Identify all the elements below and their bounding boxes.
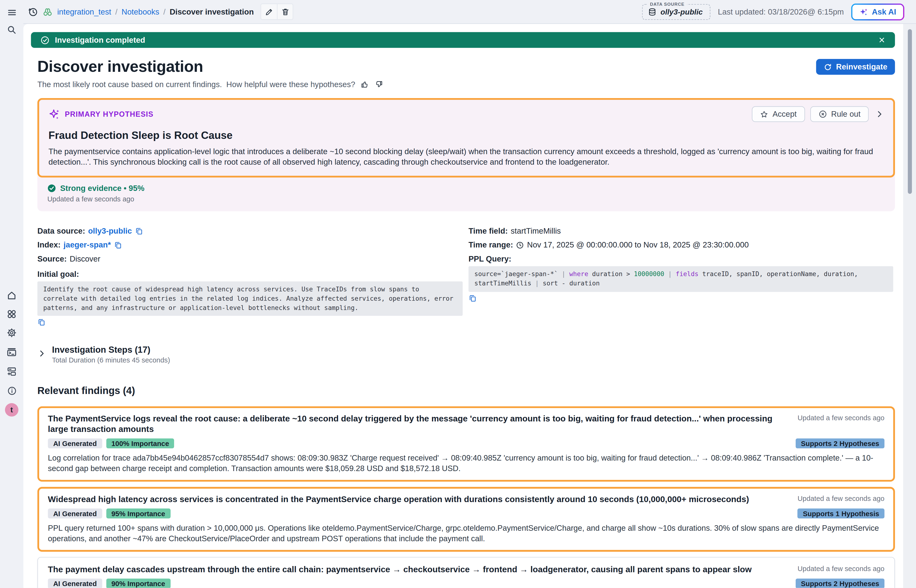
copy-ppl-icon[interactable] [469, 294, 477, 302]
breadcrumb-notebooks-link[interactable]: Notebooks [121, 7, 159, 16]
ppl-query-code-block: source=`jaeger-span-*` | where duration … [469, 267, 893, 292]
data-source-badge-value: olly3-public [660, 7, 703, 16]
ai-generated-badge: AI Generated [48, 579, 102, 588]
primary-hypothesis-card: PRIMARY HYPOTHESIS Accept Rule out [37, 98, 895, 178]
finding-card: The payment delay cascades upstream thro… [37, 557, 895, 588]
finding-title: Widespread high latency across services … [48, 494, 798, 504]
meta-left-column: Data source: olly3-public Index: jaeger-… [37, 227, 469, 329]
circle-x-icon [818, 110, 827, 119]
hypothesis-updated-text: Updated a few seconds ago [47, 195, 885, 203]
scrollbar-thumb[interactable] [908, 29, 912, 194]
main-area: integration_test / Notebooks / Discover … [23, 0, 916, 588]
ppl-keyword-where: where [569, 271, 588, 278]
initial-goal-code-block: Identify the root cause of widespread hi… [37, 282, 463, 316]
ppl-pipe: | [535, 279, 543, 287]
delete-trash-icon[interactable] [277, 4, 293, 19]
settings-gear-icon[interactable] [3, 325, 20, 341]
finding-updated-text: Updated a few seconds ago [798, 414, 884, 422]
page-content: Investigation completed Discover investi… [23, 24, 903, 588]
investigation-steps-section: Investigation Steps (17) Total Duration … [37, 344, 895, 364]
supports-hypotheses-badge: Supports 2 Hypotheses [796, 579, 884, 588]
add-panel-icon[interactable] [3, 363, 20, 380]
ppl-query-label: PPL Query: [469, 255, 511, 263]
banner-close-icon[interactable] [878, 36, 886, 44]
finding-title: The PaymentService logs reveal the root … [48, 413, 798, 435]
breadcrumb-separator: / [163, 7, 165, 16]
investigation-steps-duration: Total Duration (6 minutes 45 seconds) [52, 356, 170, 364]
data-source-link[interactable]: olly3-public [88, 227, 132, 236]
notebooks-binoculars-icon [43, 7, 53, 17]
thumbs-up-icon[interactable] [361, 80, 369, 89]
copy-icon[interactable] [114, 241, 122, 249]
sparkle-icon [859, 7, 869, 16]
refresh-icon [824, 63, 832, 71]
left-sidebar: t [0, 0, 23, 588]
data-source-badge[interactable]: DATA SOURCE olly3-public [642, 4, 710, 19]
breadcrumb-project-link[interactable]: integration_test [57, 7, 111, 16]
star-icon [760, 110, 769, 118]
meta-right-column: Time field: startTimeMillis Time range: … [469, 227, 895, 329]
ask-ai-button[interactable]: Ask AI [851, 3, 904, 20]
ai-generated-badge: AI Generated [48, 509, 102, 519]
copy-initial-goal-icon[interactable] [37, 318, 45, 326]
time-range-label: Time range: [469, 241, 513, 250]
last-updated-text: Last updated: 03/18/2026@ 6:15pm [718, 7, 844, 16]
finding-title: The payment delay cascades upstream thro… [48, 564, 798, 575]
rule-out-label: Rule out [831, 110, 861, 119]
finding-updated-text: Updated a few seconds ago [798, 495, 884, 503]
accept-button[interactable]: Accept [752, 106, 805, 122]
ppl-pipe: | [664, 271, 676, 278]
supports-hypotheses-badge: Supports 2 Hypotheses [796, 439, 884, 449]
data-source-label: Data source: [37, 227, 85, 236]
finding-updated-text: Updated a few seconds ago [798, 565, 884, 573]
index-label: Index: [37, 241, 61, 250]
finding-card: The PaymentService logs reveal the root … [37, 406, 895, 482]
primary-hypothesis-panel: PRIMARY HYPOTHESIS Accept Rule out [37, 98, 895, 212]
breadcrumb-separator: / [115, 7, 118, 16]
ai-generated-badge: AI Generated [48, 439, 102, 449]
clock-icon [516, 241, 524, 249]
search-icon[interactable] [3, 22, 20, 38]
edit-pencil-icon[interactable] [262, 4, 277, 19]
menu-icon[interactable] [3, 4, 20, 21]
check-circle-icon [40, 35, 50, 45]
time-field-label: Time field: [469, 227, 508, 236]
rule-out-button[interactable]: Rule out [810, 106, 869, 122]
evidence-strength-text: Strong evidence • 95% [60, 184, 144, 193]
time-field-value: startTimeMillis [511, 227, 561, 236]
steps-expand-chevron-icon[interactable] [37, 349, 46, 358]
relevant-findings-heading: Relevant findings (4) [37, 385, 895, 397]
source-label: Source: [37, 255, 67, 263]
copy-icon[interactable] [135, 227, 143, 235]
data-source-badge-label: DATA SOURCE [647, 2, 687, 7]
thumbs-down-icon[interactable] [374, 80, 383, 89]
dev-console-icon[interactable] [3, 344, 20, 360]
ppl-keyword-fields: fields [676, 271, 699, 278]
ppl-source: source=`jaeger-span-*` [474, 271, 562, 278]
finding-card: Widespread high latency across services … [37, 487, 895, 552]
reinvestigate-button[interactable]: Reinvestigate [816, 59, 895, 75]
home-icon[interactable] [3, 287, 20, 304]
hypothesis-body: The paymentservice contains application-… [49, 147, 884, 167]
index-link[interactable]: jaeger-span* [63, 241, 111, 250]
top-navigation-bar: integration_test / Notebooks / Discover … [23, 0, 916, 24]
page-subtitle: The most likely root cause based on curr… [37, 80, 355, 89]
next-hypothesis-chevron-icon[interactable] [875, 110, 884, 119]
finding-body: Log correlation for trace ada7bb45e94b04… [48, 453, 884, 473]
investigation-steps-title[interactable]: Investigation Steps (17) [52, 344, 170, 355]
accept-label: Accept [772, 110, 796, 119]
investigation-completed-banner: Investigation completed [31, 32, 895, 48]
hypothesis-sparkle-icon [49, 108, 60, 120]
importance-badge: 95% Importance [106, 509, 170, 519]
finding-body: PPL query returned 100+ spans with durat… [48, 523, 884, 544]
history-icon[interactable] [28, 7, 38, 17]
ask-ai-label: Ask AI [872, 7, 896, 16]
info-icon[interactable] [3, 382, 20, 399]
apps-icon[interactable] [3, 306, 20, 322]
initial-goal-label: Initial goal: [37, 270, 79, 279]
scrollbar-gutter [903, 24, 916, 588]
app-window: t integration_test / Notebooks / Discove… [0, 0, 916, 588]
hypothesis-title: Fraud Detection Sleep is Root Cause [49, 129, 884, 142]
time-range-value: Nov 17, 2025 @ 00:00:00.000 to Nov 18, 2… [527, 241, 749, 250]
user-avatar[interactable]: t [5, 403, 18, 416]
